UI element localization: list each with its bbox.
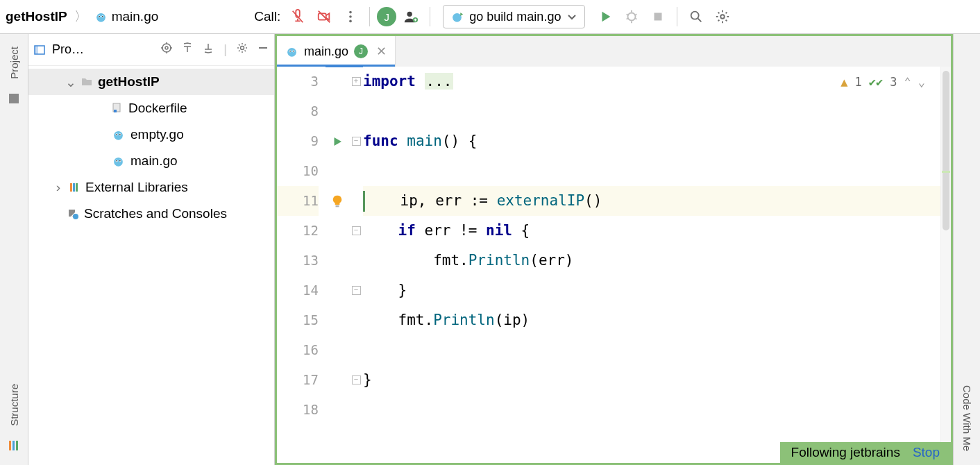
scrollbar[interactable] [940,67,951,463]
project-tree[interactable]: ⌄ getHostIP Dockerfileempty.gomain.go › … [28,66,274,465]
mute-mic-icon[interactable] [286,5,310,28]
right-tool-rail: Code With Me [953,34,980,465]
run-config-selector[interactable]: go build main.go [443,5,585,28]
svg-rect-21 [35,46,38,54]
sidebar-item-code-with-me[interactable]: Code With Me [961,385,973,451]
code-line[interactable]: ip, err := externalIP() [363,186,940,216]
chevron-down-icon [566,11,577,22]
prev-highlight-icon[interactable]: ⌃ [904,75,911,89]
close-tab-icon[interactable]: ✕ [373,44,387,59]
code-line[interactable]: func main() { [363,126,940,156]
code-line[interactable]: fmt.Println(err) [363,246,940,276]
fold-expand-icon[interactable]: + [352,77,361,86]
breadcrumb-root[interactable]: getHostIP [6,9,67,24]
svg-rect-38 [70,183,72,192]
tree-scratch-label: Scratches and Consoles [84,206,227,221]
tree-file[interactable]: empty.go [28,121,274,148]
editor-tab-main[interactable]: main.go J ✕ [277,36,396,67]
run-marker-gutter[interactable] [326,67,349,463]
line-number[interactable]: 15 [277,305,319,335]
search-icon[interactable] [684,5,708,28]
line-number[interactable]: 16 [277,335,319,365]
select-opened-file-icon[interactable] [161,42,172,53]
tree-file-label: main.go [130,153,178,169]
svg-rect-25 [259,47,267,49]
svg-point-24 [241,46,244,50]
tree-root[interactable]: ⌄ getHostIP [28,69,274,95]
run-gutter-icon[interactable] [331,135,344,148]
breadcrumb-file[interactable]: main.go [112,9,159,24]
project-panel-title[interactable]: Pro… [52,42,84,57]
tree-external-libraries[interactable]: › External Libraries [28,174,274,201]
breadcrumb[interactable]: getHostIP 〉 main.go [6,8,158,26]
project-view-icon[interactable] [34,44,45,56]
line-number[interactable]: 18 [277,395,319,425]
code-line[interactable]: } [363,365,940,395]
code-line[interactable]: fmt.Println(ip) [363,305,940,335]
collapse-all-icon[interactable] [203,42,214,53]
svg-point-43 [287,47,296,56]
divider [369,7,370,26]
run-button[interactable] [593,5,617,28]
ok-check-icon[interactable]: ✔✔ [869,75,883,89]
code-line[interactable] [363,156,940,186]
line-number[interactable]: 8 [277,96,319,126]
go-file-icon [112,155,125,168]
line-number[interactable]: 11 [277,186,319,216]
svg-point-23 [165,46,168,49]
tree-file[interactable]: Dockerfile [28,95,274,121]
code-line[interactable] [363,395,940,425]
warning-icon[interactable]: ▲ [840,75,847,89]
fold-collapse-icon[interactable]: − [352,226,361,235]
line-number-gutter[interactable]: 389101112131415161718 [277,67,326,463]
line-number[interactable]: 3 [277,67,319,96]
fold-collapse-icon[interactable]: − [352,137,361,146]
code-line[interactable]: if err != nil { [363,216,940,246]
sidebar-item-project[interactable]: Project [8,46,20,79]
debug-button[interactable] [620,5,643,28]
fold-gutter[interactable]: +−−−− [349,67,363,463]
svg-rect-17 [9,441,11,450]
mute-cam-icon[interactable] [312,5,336,28]
chevron-right-icon[interactable]: › [53,180,63,195]
code-text[interactable]: ▲1 ✔✔3 ⌃ ⌄ import ...func main() { ip, e… [363,67,940,463]
code-line[interactable] [363,96,940,126]
svg-point-9 [407,12,412,17]
line-number[interactable]: 9 [277,126,319,156]
panel-collapse-icon[interactable] [257,42,269,53]
scrollbar-thumb[interactable] [943,71,949,230]
next-highlight-icon[interactable]: ⌄ [918,75,925,89]
svg-point-3 [99,15,100,17]
sidebar-item-structure[interactable]: Structure [8,384,20,426]
structure-rail-icon[interactable] [7,439,21,453]
chevron-down-icon[interactable]: ⌄ [66,74,76,90]
intention-bulb-icon[interactable] [330,194,344,208]
add-user-icon[interactable] [399,5,423,28]
line-number[interactable]: 10 [277,156,319,186]
code-area[interactable]: 389101112131415161718 +−−−− ▲1 ✔✔3 ⌃ ⌄ i… [275,67,953,465]
tree-ext-label: External Libraries [85,180,188,195]
warning-count: 1 [855,75,862,89]
project-rail-icon[interactable] [7,92,21,105]
code-line[interactable]: } [363,276,940,305]
code-line[interactable] [363,335,940,365]
tree-file[interactable]: main.go [28,148,274,174]
fold-collapse-icon[interactable]: − [352,286,361,295]
libraries-icon [69,182,80,193]
editor-tabbar[interactable]: main.go J ✕ [275,34,953,67]
stop-following-link[interactable]: Stop [913,445,940,460]
call-more-icon[interactable] [339,5,362,28]
avatar[interactable]: J [377,7,396,26]
line-number[interactable]: 12 [277,216,319,246]
line-number[interactable]: 14 [277,276,319,305]
line-number[interactable]: 17 [277,365,319,395]
expand-all-icon[interactable] [182,42,193,53]
svg-point-46 [289,50,291,51]
fold-collapse-icon[interactable]: − [352,375,361,384]
settings-icon[interactable] [711,5,734,28]
panel-settings-icon[interactable] [237,42,248,53]
scratches-icon [67,208,78,219]
line-number[interactable]: 13 [277,246,319,276]
tree-scratches[interactable]: Scratches and Consoles [28,201,274,227]
inspection-markers[interactable]: ▲1 ✔✔3 ⌃ ⌄ [840,75,925,89]
